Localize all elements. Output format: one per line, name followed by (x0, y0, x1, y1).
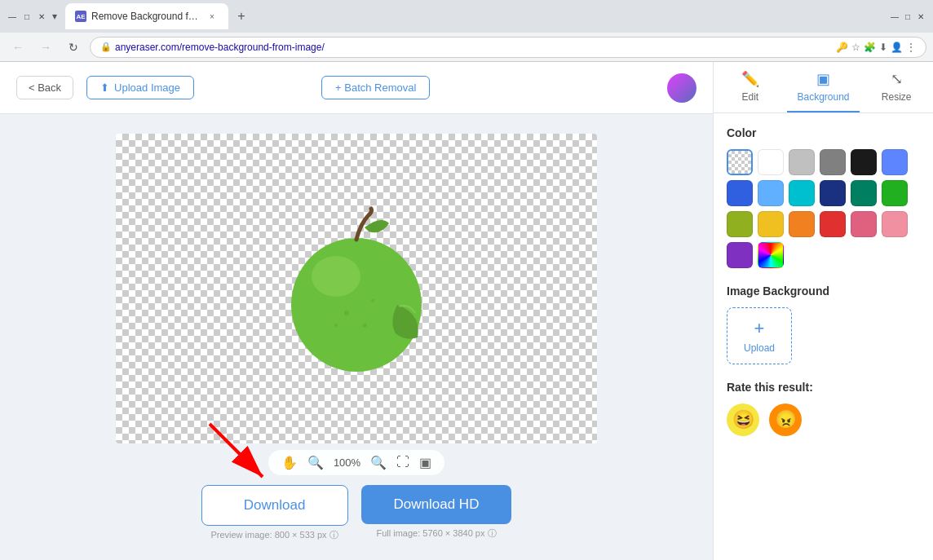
profile-icon[interactable]: 👤 (891, 42, 903, 53)
tab-background-label: Background (797, 91, 849, 103)
canvas-wrapper (116, 134, 597, 443)
app-header: < Back ⬆ Upload Image + Batch Removal (0, 62, 713, 114)
angry-emoji-button[interactable]: 😠 (769, 403, 802, 436)
tab-group-arrow[interactable]: ▾ (52, 11, 57, 22)
image-background-section: Image Background + Upload (727, 284, 920, 364)
svg-point-4 (363, 323, 367, 327)
tab-close-button[interactable]: × (206, 10, 219, 23)
background-icon: ▣ (816, 70, 830, 88)
image-canvas[interactable] (116, 134, 597, 443)
color-yellow-green[interactable] (727, 211, 753, 237)
batch-removal-button[interactable]: + Batch Removal (321, 76, 430, 99)
browser-close[interactable]: ✕ (915, 11, 926, 22)
tab-bar: AE Remove Background from Ima: × + (65, 0, 884, 33)
download-button[interactable]: Download (201, 485, 348, 526)
upload-icon: ⬆ (100, 82, 109, 94)
color-purple[interactable] (727, 242, 753, 268)
color-yellow[interactable] (758, 211, 784, 237)
window-controls: — □ ✕ (7, 11, 47, 22)
download-section: Download Preview image: 800 × 533 px ⓘ (201, 485, 348, 541)
svg-point-6 (371, 299, 374, 302)
color-dark-teal[interactable] (851, 180, 877, 206)
color-lightgray[interactable] (789, 149, 815, 175)
address-bar: ← → ↻ 🔒 anyeraser.com/remove-background-… (0, 33, 933, 62)
fit-screen-icon[interactable]: ⛶ (396, 455, 409, 470)
tab-resize-label: Resize (882, 91, 912, 103)
url-right-icons: 🔑 ☆ 🧩 ⬇ 👤 ⋮ (836, 42, 916, 53)
resize-icon: ⤡ (891, 70, 903, 88)
upload-image-button[interactable]: ⬆ Upload Image (86, 76, 194, 99)
star-icon[interactable]: ☆ (851, 42, 860, 53)
maximize-button[interactable]: □ (21, 11, 33, 22)
new-tab-button[interactable]: + (232, 7, 251, 26)
menu-icon[interactable]: ⋮ (906, 42, 916, 53)
color-orange[interactable] (789, 211, 815, 237)
tab-edit-label: Edit (741, 91, 758, 103)
extension-icon[interactable]: 🧩 (864, 42, 876, 53)
color-black[interactable] (851, 149, 877, 175)
color-grid (727, 149, 920, 268)
color-blue-bright[interactable] (882, 149, 908, 175)
url-bar[interactable]: 🔒 anyeraser.com/remove-background-from-i… (90, 37, 926, 58)
browser-chrome: — □ ✕ ▾ AE Remove Background from Ima: ×… (0, 0, 933, 33)
split-view-icon[interactable]: ▣ (419, 455, 431, 470)
zoom-level: 100% (334, 456, 360, 469)
apple-image (275, 199, 438, 378)
upload-background-button[interactable]: + Upload (727, 307, 792, 364)
tab-background[interactable]: ▣ Background (787, 62, 860, 112)
download-hd-section: Download HD Full image: 5760 × 3840 px ⓘ (361, 485, 512, 540)
download-hd-button[interactable]: Download HD (361, 485, 512, 524)
active-tab[interactable]: AE Remove Background from Ima: × (65, 3, 228, 29)
back-button[interactable]: < Back (16, 76, 73, 99)
browser-maximize[interactable]: □ (902, 11, 913, 22)
color-section-title: Color (727, 126, 920, 139)
nav-refresh-button[interactable]: ↻ (62, 36, 85, 59)
rate-emojis: 😆 😠 (727, 403, 920, 436)
color-gray[interactable] (820, 149, 846, 175)
color-red[interactable] (820, 211, 846, 237)
nav-forward-button[interactable]: → (34, 36, 57, 59)
color-white[interactable] (758, 149, 784, 175)
zoom-out-icon[interactable]: 🔍 (307, 455, 324, 470)
color-rainbow[interactable] (758, 242, 784, 268)
url-text: anyeraser.com/remove-background-from-ima… (115, 42, 833, 53)
rate-title: Rate this result: (727, 381, 920, 394)
edit-icon: ✏️ (741, 70, 759, 88)
color-teal[interactable] (789, 180, 815, 206)
sidebar-tabs: ✏️ Edit ▣ Background ⤡ Resize (714, 62, 933, 113)
zoom-in-icon[interactable]: 🔍 (370, 455, 387, 470)
color-light-pink[interactable] (882, 211, 908, 237)
preview-info: Preview image: 800 × 533 px ⓘ (201, 529, 348, 541)
lock-icon: 🔒 (100, 42, 112, 52)
nav-back-button[interactable]: ← (7, 36, 29, 59)
color-navy[interactable] (820, 180, 846, 206)
main-area: < Back ⬆ Upload Image + Batch Removal (0, 62, 713, 560)
sidebar-content: Color (714, 113, 933, 560)
color-blue-mid[interactable] (727, 180, 753, 206)
upload-bg-plus-icon: + (754, 318, 765, 339)
key-icon: 🔑 (836, 42, 848, 53)
rate-section: Rate this result: 😆 😠 (727, 381, 920, 436)
color-pink[interactable] (851, 211, 877, 237)
canvas-area: ✋ 🔍 100% 🔍 ⛶ ▣ (0, 114, 713, 560)
tab-resize[interactable]: ⤡ Resize (860, 62, 933, 112)
image-bg-title: Image Background (727, 284, 920, 298)
browser-right-controls: — □ ✕ (889, 11, 926, 22)
full-info: Full image: 5760 × 3840 px ⓘ (361, 527, 512, 540)
tab-title: Remove Background from Ima: (91, 11, 201, 22)
pan-icon[interactable]: ✋ (281, 455, 298, 470)
tab-edit[interactable]: ✏️ Edit (714, 62, 787, 112)
close-button[interactable]: ✕ (36, 11, 47, 22)
canvas-toolbar: ✋ 🔍 100% 🔍 ⛶ ▣ (268, 450, 444, 475)
browser-minimize[interactable]: — (889, 11, 900, 22)
svg-point-1 (312, 256, 360, 297)
color-blue-light[interactable] (758, 180, 784, 206)
svg-point-3 (344, 311, 349, 315)
color-transparent[interactable] (727, 149, 753, 175)
bottom-buttons: Download Preview image: 800 × 533 px ⓘ D… (201, 485, 512, 541)
download-icon[interactable]: ⬇ (879, 42, 887, 53)
avatar[interactable] (667, 73, 696, 103)
happy-emoji-button[interactable]: 😆 (727, 403, 759, 436)
minimize-button[interactable]: — (7, 11, 18, 22)
color-green[interactable] (882, 180, 908, 206)
